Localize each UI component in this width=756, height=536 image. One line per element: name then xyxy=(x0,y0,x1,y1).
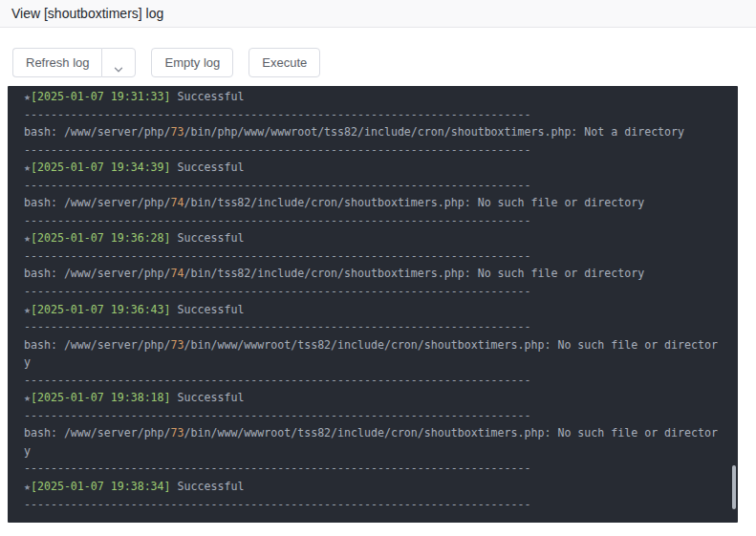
toolbar: Refresh log Empty log Execute xyxy=(12,48,320,77)
log-status: Successful xyxy=(171,480,245,493)
log-separator: ----------------------------------------… xyxy=(24,214,530,227)
log-output-text: bash: /www/server/php/ xyxy=(24,196,171,209)
star-icon: ★ xyxy=(24,391,31,404)
log-php-version: 74 xyxy=(171,267,184,280)
log-timestamp: [2025-01-07 19:38:34] xyxy=(31,480,171,493)
log-status: Successful xyxy=(171,161,245,174)
log-output-text: /bin/tss82/include/cron/shoutboxtimers.p… xyxy=(184,267,645,280)
log-timestamp: [2025-01-07 19:31:33] xyxy=(31,90,171,103)
log-separator: ----------------------------------------… xyxy=(24,108,530,121)
log-separator: ----------------------------------------… xyxy=(24,249,530,263)
log-separator: ----------------------------------------… xyxy=(24,143,530,157)
refresh-log-button[interactable]: Refresh log xyxy=(12,48,101,77)
star-icon: ★ xyxy=(24,231,31,245)
log-separator: ----------------------------------------… xyxy=(24,179,530,192)
log-status: Successful xyxy=(171,231,245,245)
log-timestamp: [2025-01-07 19:38:18] xyxy=(31,391,171,404)
log-timestamp: [2025-01-07 19:34:39] xyxy=(31,161,171,174)
chevron-down-icon xyxy=(113,57,124,69)
log-status: Successful xyxy=(171,90,245,103)
log-status: Successful xyxy=(171,303,245,316)
log-php-version: 74 xyxy=(171,196,184,209)
log-timestamp: [2025-01-07 19:36:28] xyxy=(31,231,171,245)
star-icon: ★ xyxy=(24,161,31,174)
log-separator: ----------------------------------------… xyxy=(24,320,530,333)
empty-log-button[interactable]: Empty log xyxy=(151,48,233,77)
log-output-text: /bin/tss82/include/cron/shoutboxtimers.p… xyxy=(184,196,645,209)
log-output-text: /bin/php/www/wwwroot/tss82/include/cron/… xyxy=(184,125,685,139)
dialog-header: View [shoutboxtimers] log xyxy=(0,0,756,28)
log-timestamp: [2025-01-07 19:36:43] xyxy=(31,303,171,316)
log-separator: ----------------------------------------… xyxy=(24,498,530,511)
log-php-version: 73 xyxy=(171,426,184,440)
log-separator: ----------------------------------------… xyxy=(24,409,530,422)
star-icon: ★ xyxy=(24,303,31,316)
log-scrollbar-thumb[interactable] xyxy=(732,465,736,509)
log-separator: ----------------------------------------… xyxy=(24,461,530,475)
log-output-text: bash: /www/server/php/ xyxy=(24,338,171,352)
page-title: View [shoutboxtimers] log xyxy=(11,6,163,21)
star-icon: ★ xyxy=(24,480,31,493)
log-viewer-dialog: View [shoutboxtimers] log Refresh log Em… xyxy=(0,0,756,536)
log-status: Successful xyxy=(171,391,245,404)
log-php-version: 73 xyxy=(171,125,184,139)
log-separator: ----------------------------------------… xyxy=(24,285,530,298)
log-output-panel[interactable]: ★[2025-01-07 19:31:33] Successful ------… xyxy=(8,86,738,523)
log-content: ★[2025-01-07 19:31:33] Successful ------… xyxy=(8,86,722,513)
log-php-version: 73 xyxy=(171,338,184,352)
refresh-log-dropdown-button[interactable] xyxy=(101,48,136,77)
log-output-text: bash: /www/server/php/ xyxy=(24,267,171,280)
log-output-text: bash: /www/server/php/ xyxy=(24,426,171,440)
log-output-text: bash: /www/server/php/ xyxy=(24,125,171,139)
refresh-log-split-button: Refresh log xyxy=(12,48,136,77)
log-separator: ----------------------------------------… xyxy=(24,374,530,387)
execute-button[interactable]: Execute xyxy=(248,48,320,77)
star-icon: ★ xyxy=(24,90,31,103)
